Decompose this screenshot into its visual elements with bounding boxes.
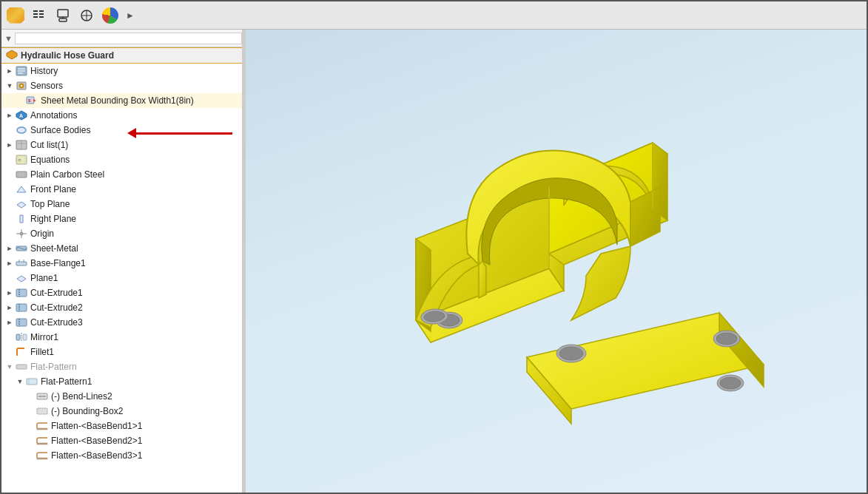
- configuration-manager-icon: [80, 9, 93, 22]
- no-expand-surface: [4, 126, 15, 134]
- svg-rect-59: [37, 443, 47, 444]
- tree-item-flat-pattern1[interactable]: ▼ Flat-Pattern1: [1, 374, 245, 389]
- svg-rect-43: [16, 289, 27, 297]
- right-plane-icon: [15, 213, 28, 225]
- tree-item-plane1[interactable]: Plane1: [1, 271, 245, 285]
- svg-point-65: [559, 347, 583, 360]
- appearance-tab[interactable]: [99, 4, 121, 27]
- expand-arrow-cut-extrude1[interactable]: ►: [4, 289, 15, 297]
- tree-item-cut-extrude2[interactable]: ► Cut-Extrude2: [1, 300, 245, 315]
- cut-extrude2-icon: [15, 302, 28, 314]
- expand-arrow-base-flange[interactable]: ►: [4, 260, 15, 267]
- tree-item-right-plane[interactable]: Right Plane: [1, 212, 245, 226]
- expand-arrow-history[interactable]: ►: [4, 67, 15, 75]
- tree-item-base-flange[interactable]: ► Base-Flange1: [1, 256, 245, 271]
- mirror1-label: Mirror1: [30, 332, 58, 342]
- panel-resize-handle[interactable]: [242, 30, 245, 493]
- tree-item-bend-lines2[interactable]: (-) Bend-Lines2: [1, 389, 245, 404]
- more-tabs-button[interactable]: ►: [123, 7, 138, 24]
- cut-list-label: Cut list(1): [30, 140, 68, 150]
- search-input[interactable]: [15, 33, 242, 44]
- feature-manager-icon: [33, 9, 46, 22]
- tree-item-front-plane[interactable]: Front Plane: [1, 182, 245, 197]
- 3d-viewport[interactable]: [246, 30, 867, 493]
- tree-item-surface-bodies[interactable]: Surface Bodies: [1, 123, 245, 138]
- tree-item-top-plane[interactable]: Top Plane: [1, 197, 245, 212]
- no-expand-mirror1: [4, 334, 15, 341]
- no-expand-origin: [4, 230, 15, 237]
- svg-rect-1: [33, 13, 38, 15]
- bend-lines2-icon: [36, 390, 49, 402]
- svg-rect-57: [37, 408, 47, 414]
- origin-label: Origin: [30, 229, 54, 239]
- expand-arrow-annotations[interactable]: ►: [4, 112, 15, 119]
- expand-arrow-flat-pattern1[interactable]: ▼: [15, 378, 25, 385]
- annotations-label: Annotations: [30, 110, 77, 121]
- bounding-box2-icon: [36, 405, 49, 417]
- expand-arrow-cut-list[interactable]: ►: [4, 141, 15, 149]
- tree-item-flatten-base2[interactable]: Flatten-<BaseBend2>1: [1, 433, 245, 448]
- bounding-box2-label: (-) Bounding-Box2: [51, 406, 123, 416]
- main-area: ▼ Hydraulic Hose Guard ►: [1, 30, 867, 493]
- history-icon: [15, 65, 28, 77]
- sheet-metal-sensor-icon: S: [25, 95, 38, 106]
- cut-extrude1-icon: [15, 287, 28, 299]
- svg-rect-53: [27, 379, 37, 385]
- annotations-icon: A: [15, 109, 28, 121]
- tree-item-equations[interactable]: = Equations: [1, 152, 245, 167]
- top-plane-label: Top Plane: [30, 199, 70, 209]
- flatten-base2-label: Flatten-<BaseBend2>1: [51, 436, 142, 446]
- top-plane-icon: [15, 198, 28, 210]
- origin-icon: [15, 228, 28, 240]
- part-icon[interactable]: [4, 4, 27, 27]
- flat-pattern1-icon: [25, 376, 38, 388]
- tree-content[interactable]: ► History ▼: [1, 64, 245, 493]
- plane1-label: Plane1: [30, 273, 58, 283]
- cut-extrude3-label: Cut-Extrude3: [30, 317, 83, 328]
- expand-arrow-flat-pattern[interactable]: ▼: [4, 363, 15, 370]
- right-plane-label: Right Plane: [30, 214, 76, 224]
- property-manager-tab[interactable]: [52, 4, 74, 27]
- no-expand-flatten1: [25, 422, 36, 430]
- tree-item-fillet1[interactable]: Fillet1: [1, 345, 245, 359]
- sensors-icon: [15, 80, 28, 92]
- expand-arrow-cut-extrude3[interactable]: ►: [4, 319, 15, 326]
- tree-item-cut-list[interactable]: ► Cut list(1): [1, 138, 245, 152]
- no-expand-flatten3: [25, 452, 36, 459]
- tree-item-flat-pattern[interactable]: ▼ Flat-Pattern: [1, 359, 245, 374]
- svg-rect-0: [33, 10, 38, 12]
- cut-extrude1-label: Cut-Extrude1: [30, 288, 83, 298]
- tree-item-cut-extrude3[interactable]: ► Cut-Extrude3: [1, 315, 245, 330]
- surface-bodies-icon: [15, 124, 28, 136]
- no-expand-flatten2: [25, 437, 36, 444]
- tree-item-flatten-base3[interactable]: Flatten-<BaseBend3>1: [1, 448, 245, 463]
- tree-item-flatten-base1[interactable]: Flatten-<BaseBend1>1: [1, 419, 245, 433]
- expand-arrow-cut-extrude2[interactable]: ►: [4, 304, 15, 311]
- tree-item-material[interactable]: Plain Carbon Steel: [1, 167, 245, 182]
- svg-rect-3: [39, 10, 44, 12]
- tree-item-sheet-metal[interactable]: ► Sheet-Metal: [1, 241, 245, 256]
- no-expand-bounding-box: [25, 407, 36, 415]
- tree-item-history[interactable]: ► History: [1, 64, 245, 78]
- configuration-manager-tab[interactable]: [75, 4, 98, 27]
- surface-bodies-label: Surface Bodies: [30, 125, 90, 135]
- svg-point-19: [21, 85, 22, 87]
- expand-arrow-sensors[interactable]: ▼: [4, 82, 15, 89]
- tree-item-sensors[interactable]: ▼ Sensors: [1, 78, 245, 93]
- feature-tree-panel: ▼ Hydraulic Hose Guard ►: [1, 30, 246, 493]
- tree-item-mirror1[interactable]: Mirror1: [1, 330, 245, 345]
- expand-arrow-sheet-metal[interactable]: ►: [4, 245, 15, 252]
- tree-item-annotations[interactable]: ► A Annotations: [1, 108, 245, 123]
- svg-rect-60: [37, 458, 47, 459]
- svg-rect-58: [37, 428, 47, 430]
- svg-rect-2: [33, 16, 38, 18]
- tree-item-cut-extrude1[interactable]: ► Cut-Extrude1: [1, 285, 245, 300]
- tree-item-bounding-box2[interactable]: (-) Bounding-Box2: [1, 404, 245, 419]
- feature-manager-tab[interactable]: [28, 4, 50, 27]
- flat-pattern1-label: Flat-Pattern1: [41, 376, 92, 387]
- tree-item-origin[interactable]: Origin: [1, 226, 245, 241]
- no-expand-plane1: [4, 274, 15, 282]
- svg-rect-7: [59, 18, 67, 21]
- tree-item-sheet-metal-sensor[interactable]: S Sheet Metal Bounding Box Width1(8in): [1, 93, 245, 108]
- no-expand-material: [4, 171, 15, 178]
